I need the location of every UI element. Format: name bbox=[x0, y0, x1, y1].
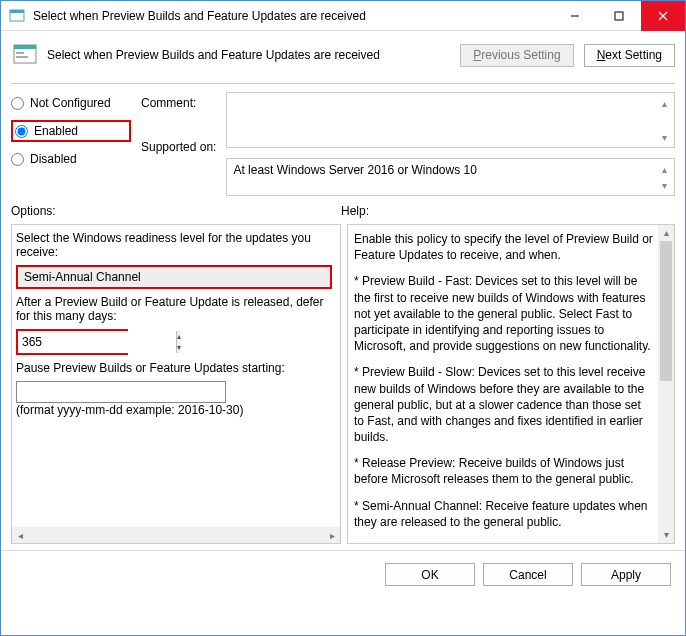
cancel-button[interactable]: Cancel bbox=[483, 563, 573, 586]
scroll-left-icon[interactable]: ◂ bbox=[12, 527, 28, 543]
scroll-up-icon[interactable]: ▴ bbox=[658, 225, 674, 241]
help-text: * Release Preview: Receive builds of Win… bbox=[354, 455, 654, 487]
scroll-thumb[interactable] bbox=[660, 241, 672, 381]
help-pane: Enable this policy to specify the level … bbox=[347, 224, 675, 544]
spin-up-icon[interactable]: ▴ bbox=[177, 331, 181, 342]
previous-setting-button: Previous Setting bbox=[460, 44, 573, 67]
dialog-footer: OK Cancel Apply bbox=[1, 550, 685, 598]
horizontal-scrollbar[interactable]: ◂ ▸ bbox=[12, 527, 340, 543]
help-text: * Preview Build - Slow: Devices set to t… bbox=[354, 364, 654, 445]
policy-title: Select when Preview Builds and Feature U… bbox=[47, 48, 452, 62]
scroll-up-icon[interactable]: ▴ bbox=[656, 161, 672, 177]
svg-rect-1 bbox=[10, 10, 24, 13]
radio-label: Disabled bbox=[30, 152, 77, 166]
channel-value: Semi-Annual Channel bbox=[24, 270, 141, 284]
scroll-down-icon[interactable]: ▾ bbox=[656, 129, 672, 145]
radio-disabled[interactable]: Disabled bbox=[11, 152, 131, 166]
help-text: * Semi-Annual Channel: Receive feature u… bbox=[354, 498, 654, 530]
scroll-right-icon[interactable]: ▸ bbox=[324, 527, 340, 543]
spin-down-icon[interactable]: ▾ bbox=[177, 342, 181, 353]
comment-label: Comment: bbox=[141, 96, 216, 110]
scroll-up-icon[interactable]: ▴ bbox=[656, 95, 672, 111]
next-setting-button[interactable]: Next Setting bbox=[584, 44, 675, 67]
readiness-label: Select the Windows readiness level for t… bbox=[16, 231, 332, 259]
titlebar: Select when Preview Builds and Feature U… bbox=[1, 1, 685, 31]
svg-rect-8 bbox=[16, 52, 24, 54]
radio-input-disabled[interactable] bbox=[11, 153, 24, 166]
scroll-down-icon[interactable]: ▾ bbox=[656, 177, 672, 193]
header-row: Select when Preview Builds and Feature U… bbox=[1, 31, 685, 75]
pause-label: Pause Preview Builds or Feature Updates … bbox=[16, 361, 332, 375]
supported-on-text: At least Windows Server 2016 or Windows … bbox=[233, 163, 476, 177]
svg-rect-7 bbox=[14, 45, 36, 49]
window-title: Select when Preview Builds and Feature U… bbox=[33, 9, 553, 23]
minimize-button[interactable] bbox=[553, 1, 597, 31]
close-button[interactable] bbox=[641, 1, 685, 31]
supported-on-box: At least Windows Server 2016 or Windows … bbox=[226, 158, 675, 196]
maximize-button[interactable] bbox=[597, 1, 641, 31]
radio-input-enabled[interactable] bbox=[15, 125, 28, 138]
radio-label: Enabled bbox=[34, 124, 78, 138]
options-pane: Select the Windows readiness level for t… bbox=[11, 224, 341, 544]
help-text: * Preview Build - Fast: Devices set to t… bbox=[354, 273, 654, 354]
help-heading: Help: bbox=[341, 204, 369, 218]
help-text: Enable this policy to specify the level … bbox=[354, 231, 654, 263]
app-icon bbox=[7, 6, 27, 26]
scroll-down-icon[interactable]: ▾ bbox=[658, 527, 674, 543]
pause-date-input[interactable] bbox=[16, 381, 226, 403]
help-text: The following Windows Readiness levels h… bbox=[354, 540, 654, 544]
svg-rect-9 bbox=[16, 56, 28, 58]
apply-button[interactable]: Apply bbox=[581, 563, 671, 586]
supported-label: Supported on: bbox=[141, 140, 216, 154]
ok-button[interactable]: OK bbox=[385, 563, 475, 586]
format-hint: (format yyyy-mm-dd example: 2016-10-30) bbox=[16, 403, 332, 417]
comment-textarea[interactable]: ▴ ▾ bbox=[226, 92, 675, 148]
radio-not-configured[interactable]: Not Configured bbox=[11, 96, 131, 110]
radio-label: Not Configured bbox=[30, 96, 111, 110]
vertical-scrollbar[interactable]: ▴ ▾ bbox=[658, 225, 674, 543]
divider bbox=[11, 83, 675, 84]
policy-icon bbox=[11, 41, 39, 69]
radio-enabled[interactable]: Enabled bbox=[15, 124, 78, 138]
channel-select[interactable]: Semi-Annual Channel bbox=[16, 265, 332, 289]
defer-label: After a Preview Build or Feature Update … bbox=[16, 295, 332, 323]
svg-rect-3 bbox=[615, 12, 623, 20]
radio-input-not-configured[interactable] bbox=[11, 97, 24, 110]
options-heading: Options: bbox=[11, 204, 341, 218]
highlight-enabled: Enabled bbox=[11, 120, 131, 142]
defer-days-spinner[interactable]: ▴ ▾ bbox=[16, 329, 128, 355]
defer-days-input[interactable] bbox=[18, 331, 176, 353]
